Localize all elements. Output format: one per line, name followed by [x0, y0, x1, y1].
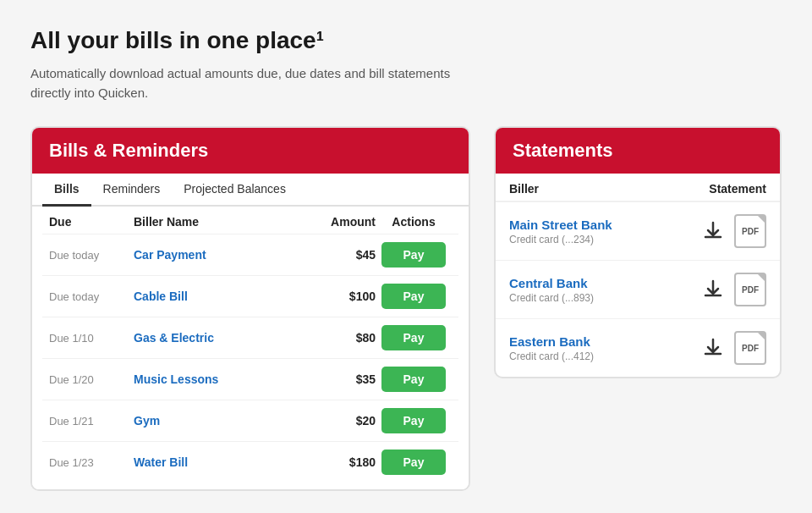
biller-name: Music Lessons — [134, 372, 308, 386]
amount: $45 — [308, 248, 376, 262]
statement-biller-info: Main Street Bank Credit card (...234) — [509, 218, 665, 245]
due-date: Due 1/21 — [49, 415, 134, 428]
bills-table: Due Biller Name Amount Actions Due today… — [32, 207, 469, 489]
amount: $100 — [308, 290, 376, 303]
amount: $20 — [308, 414, 376, 428]
bills-header: Bills & Reminders — [32, 128, 469, 174]
col-actions: Actions — [376, 215, 452, 229]
download-icon[interactable] — [699, 217, 727, 245]
due-date: Due 1/23 — [49, 456, 134, 469]
statement-biller-name: Eastern Bank — [509, 334, 665, 349]
amount: $80 — [308, 331, 376, 345]
table-row: Due 1/21 Gym $20 Pay — [42, 400, 458, 441]
due-date: Due 1/10 — [49, 332, 134, 345]
statement-actions: PDF — [665, 331, 766, 365]
table-row: Due 1/10 Gas & Electric $80 Pay — [42, 317, 458, 358]
pay-button[interactable]: Pay — [381, 284, 446, 309]
pay-button[interactable]: Pay — [381, 325, 446, 350]
pdf-icon[interactable]: PDF — [734, 214, 766, 248]
pay-button[interactable]: Pay — [381, 367, 446, 392]
bills-panel-title: Bills & Reminders — [49, 140, 208, 161]
pdf-icon[interactable]: PDF — [734, 273, 766, 306]
statement-account: Credit card (...893) — [509, 292, 665, 304]
tab-bills[interactable]: Bills — [42, 174, 91, 207]
biller-name: Car Payment — [134, 248, 308, 262]
col-biller-label: Biller — [509, 182, 665, 196]
download-icon[interactable] — [699, 334, 727, 362]
col-statement-label: Statement — [665, 182, 766, 196]
statement-biller-info: Eastern Bank Credit card (...412) — [509, 334, 665, 362]
statements-panel: Statements Biller Statement Main Street … — [494, 126, 782, 378]
due-date: Due today — [49, 249, 134, 262]
statement-biller-name: Central Bank — [509, 276, 665, 290]
pdf-icon[interactable]: PDF — [734, 331, 766, 365]
pay-button[interactable]: Pay — [381, 450, 446, 475]
statement-actions: PDF — [665, 214, 766, 248]
biller-name: Cable Bill — [134, 290, 308, 303]
biller-name: Water Bill — [134, 455, 308, 469]
biller-name: Gym — [134, 414, 308, 428]
statement-account: Credit card (...234) — [509, 234, 665, 245]
tab-projected-balances[interactable]: Projected Balances — [172, 174, 298, 207]
bills-tabs: Bills Reminders Projected Balances — [32, 174, 469, 207]
statement-account: Credit card (...412) — [509, 350, 665, 362]
statements-header: Statements — [496, 128, 780, 174]
list-item: Eastern Bank Credit card (...412) PDF — [496, 318, 780, 377]
table-row: Due 1/23 Water Bill $180 Pay — [42, 441, 458, 483]
bills-table-header: Due Biller Name Amount Actions — [42, 207, 458, 234]
biller-name: Gas & Electric — [134, 331, 308, 345]
page-subtitle: Automatically download actual amounts du… — [30, 64, 470, 102]
statements-panel-title: Statements — [513, 140, 613, 161]
list-item: Main Street Bank Credit card (...234) PD… — [496, 201, 780, 260]
amount: $180 — [308, 455, 376, 469]
col-biller: Biller Name — [134, 215, 308, 229]
amount: $35 — [308, 372, 376, 386]
statement-biller-name: Main Street Bank — [509, 218, 665, 232]
statement-actions: PDF — [665, 273, 766, 306]
bills-panel: Bills & Reminders Bills Reminders Projec… — [30, 126, 470, 491]
statements-col-header: Biller Statement — [496, 174, 780, 201]
table-row: Due today Cable Bill $100 Pay — [42, 275, 458, 317]
due-date: Due 1/20 — [49, 373, 134, 386]
download-icon[interactable] — [699, 275, 727, 304]
page-title: All your bills in one place¹ — [30, 27, 782, 54]
col-amount: Amount — [308, 215, 376, 229]
statement-biller-info: Central Bank Credit card (...893) — [509, 276, 665, 304]
due-date: Due today — [49, 290, 134, 303]
table-row: Due today Car Payment $45 Pay — [42, 234, 458, 275]
pay-button[interactable]: Pay — [381, 242, 446, 268]
list-item: Central Bank Credit card (...893) PDF — [496, 260, 780, 318]
pay-button[interactable]: Pay — [381, 408, 446, 433]
table-row: Due 1/20 Music Lessons $35 Pay — [42, 358, 458, 400]
tab-reminders[interactable]: Reminders — [91, 174, 173, 207]
col-due: Due — [49, 215, 134, 229]
main-panels: Bills & Reminders Bills Reminders Projec… — [30, 126, 782, 491]
